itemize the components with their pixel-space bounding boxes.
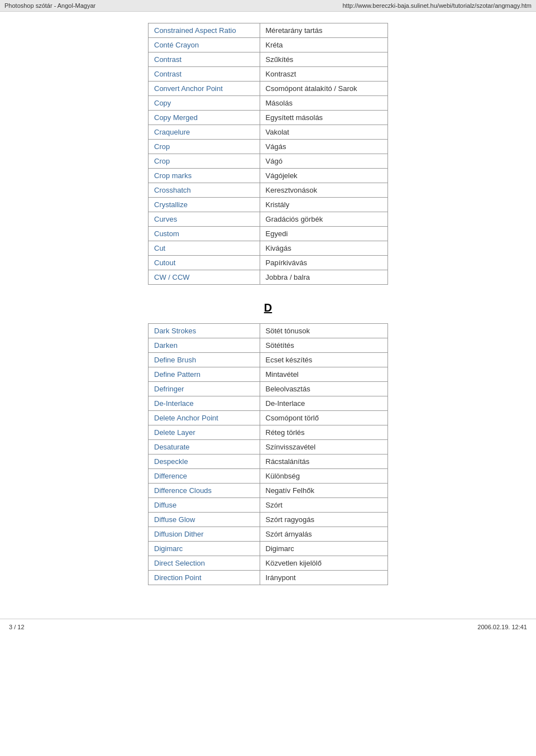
hungarian-term: Rácstalánítás xyxy=(260,454,388,469)
english-term: Diffuse xyxy=(149,498,260,513)
english-term: Delete Anchor Point xyxy=(149,411,260,425)
english-term: Contrast xyxy=(149,52,260,67)
hungarian-term: Szórt árnyalás xyxy=(260,527,388,542)
table-row: Delete Anchor Point Csomópont törlő xyxy=(149,411,388,425)
table-row: Crosshatch Keresztvonások xyxy=(149,183,388,198)
table-row: Contrast Kontraszt xyxy=(149,67,388,82)
section-c-table: Constrained Aspect Ratio Méretarány tart… xyxy=(148,23,388,285)
english-term: Define Pattern xyxy=(149,367,260,382)
hungarian-term: Szórt ragyogás xyxy=(260,513,388,527)
section-d-header: D xyxy=(39,302,497,314)
table-row: Cut Kivágás xyxy=(149,241,388,256)
hungarian-term: Vágó xyxy=(260,154,387,169)
browser-title: Photoshop szótár - Angol-Magyar xyxy=(4,2,95,9)
english-term: Conté Crayon xyxy=(149,38,260,52)
english-term: Crystallize xyxy=(149,198,260,212)
table-row: Crop Vágó xyxy=(149,154,388,169)
english-term: Crop marks xyxy=(149,169,260,183)
footer: 3 / 12 2006.02.19. 12:41 xyxy=(0,619,536,635)
table-row: Convert Anchor Point Csomópont átalakító… xyxy=(149,82,388,96)
hungarian-term: Csomópont átalakító / Sarok xyxy=(260,82,387,96)
table-row: CW / CCW Jobbra / balra xyxy=(149,270,388,285)
english-term: Cut xyxy=(149,241,260,256)
hungarian-term: Kristály xyxy=(260,198,387,212)
english-term: Dark Strokes xyxy=(149,324,260,338)
english-term: Contrast xyxy=(149,67,260,82)
english-term: Direction Point xyxy=(149,571,260,585)
table-row: Constrained Aspect Ratio Méretarány tart… xyxy=(149,23,388,38)
english-term: Desaturate xyxy=(149,440,260,454)
hungarian-term: Digimarc xyxy=(260,542,388,556)
english-term: Crop xyxy=(149,140,260,154)
hungarian-term: Szűkítés xyxy=(260,52,387,67)
table-row: Crystallize Kristály xyxy=(149,198,388,212)
hungarian-term: Negatív Felhők xyxy=(260,484,388,498)
table-row: Diffusion Dither Szórt árnyalás xyxy=(149,527,388,542)
english-term: Darken xyxy=(149,338,260,353)
hungarian-term: Vakolat xyxy=(260,125,387,140)
table-row: Direction Point Iránypont xyxy=(149,571,388,585)
english-term: De-Interlace xyxy=(149,396,260,411)
table-row: Diffuse Glow Szórt ragyogás xyxy=(149,513,388,527)
table-row: Difference Clouds Negatív Felhők xyxy=(149,484,388,498)
table-row: De-Interlace De-Interlace xyxy=(149,396,388,411)
english-term: Curves xyxy=(149,212,260,227)
english-term: Digimarc xyxy=(149,542,260,556)
table-row: Diffuse Szórt xyxy=(149,498,388,513)
english-term: Difference Clouds xyxy=(149,484,260,498)
english-term: Crop xyxy=(149,154,260,169)
table-row: Custom Egyedi xyxy=(149,227,388,241)
hungarian-term: Gradációs görbék xyxy=(260,212,387,227)
table-row: Dark Strokes Sötét tónusok xyxy=(149,324,388,338)
english-term: Cutout xyxy=(149,256,260,270)
english-term: Difference xyxy=(149,469,260,484)
hungarian-term: Vágás xyxy=(260,140,387,154)
hungarian-term: Papírkivávás xyxy=(260,256,387,270)
hungarian-term: Mintavétel xyxy=(260,367,388,382)
hungarian-term: Különbség xyxy=(260,469,388,484)
hungarian-term: Kontraszt xyxy=(260,67,387,82)
hungarian-term: Ecset készítés xyxy=(260,353,388,367)
hungarian-term: Kréta xyxy=(260,38,387,52)
table-row: Despeckle Rácstalánítás xyxy=(149,454,388,469)
hungarian-term: De-Interlace xyxy=(260,396,388,411)
table-row: Copy Másolás xyxy=(149,96,388,111)
page-content: Constrained Aspect Ratio Méretarány tart… xyxy=(17,12,519,596)
table-row: Darken Sötétítés xyxy=(149,338,388,353)
browser-bar: Photoshop szótár - Angol-Magyar http://w… xyxy=(0,0,536,12)
english-term: Constrained Aspect Ratio xyxy=(149,23,260,38)
table-row: Cutout Papírkivávás xyxy=(149,256,388,270)
hungarian-term: Réteg törlés xyxy=(260,425,388,440)
table-row: Digimarc Digimarc xyxy=(149,542,388,556)
hungarian-term: Keresztvonások xyxy=(260,183,387,198)
hungarian-term: Vágójelek xyxy=(260,169,387,183)
table-row: Delete Layer Réteg törlés xyxy=(149,425,388,440)
hungarian-term: Másolás xyxy=(260,96,387,111)
hungarian-term: Jobbra / balra xyxy=(260,270,387,285)
table-row: Conté Crayon Kréta xyxy=(149,38,388,52)
hungarian-term: Kivágás xyxy=(260,241,387,256)
browser-url: http://www.bereczki-baja.sulinet.hu/webi… xyxy=(342,2,532,9)
english-term: Copy xyxy=(149,96,260,111)
table-row: Craquelure Vakolat xyxy=(149,125,388,140)
english-term: Diffuse Glow xyxy=(149,513,260,527)
table-row: Curves Gradációs görbék xyxy=(149,212,388,227)
hungarian-term: Sötétítés xyxy=(260,338,388,353)
english-term: Copy Merged xyxy=(149,111,260,125)
english-term: CW / CCW xyxy=(149,270,260,285)
table-row: Define Brush Ecset készítés xyxy=(149,353,388,367)
table-row: Difference Különbség xyxy=(149,469,388,484)
hungarian-term: Méretarány tartás xyxy=(260,23,387,38)
hungarian-term: Egyedi xyxy=(260,227,387,241)
hungarian-term: Csomópont törlő xyxy=(260,411,388,425)
hungarian-term: Szórt xyxy=(260,498,388,513)
hungarian-term: Egysített másolás xyxy=(260,111,387,125)
english-term: Direct Selection xyxy=(149,556,260,571)
english-term: Convert Anchor Point xyxy=(149,82,260,96)
table-row: Defringer Beleolvasztás xyxy=(149,382,388,396)
table-row: Desaturate Színvisszavétel xyxy=(149,440,388,454)
english-term: Crosshatch xyxy=(149,183,260,198)
english-term: Custom xyxy=(149,227,260,241)
english-term: Diffusion Dither xyxy=(149,527,260,542)
hungarian-term: Iránypont xyxy=(260,571,388,585)
